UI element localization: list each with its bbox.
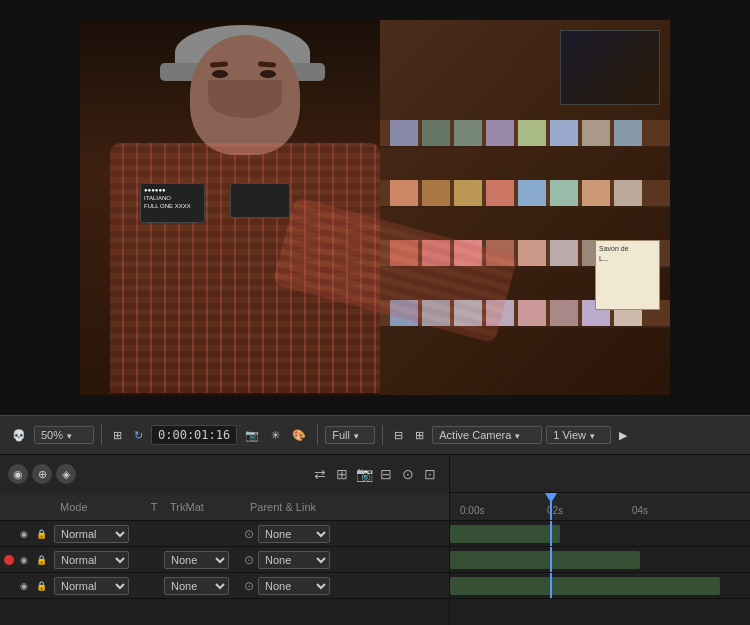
soap-block xyxy=(582,180,610,206)
soap-block xyxy=(550,300,578,326)
filmstrip-icon[interactable]: ⊟ xyxy=(375,463,397,485)
quality-label: Full xyxy=(332,429,350,441)
soap-block xyxy=(422,120,450,146)
layer-headers: Mode T TrkMat Parent & Link xyxy=(0,493,449,521)
camera-dropdown[interactable]: Active Camera xyxy=(432,426,542,444)
left-eye xyxy=(212,70,228,78)
frame-icon[interactable]: ⊡ xyxy=(419,463,441,485)
camera-tl-icon[interactable]: 📷 xyxy=(353,463,375,485)
parent-select-2[interactable]: None1. Layer 12. Layer 23. Layer 3 xyxy=(258,551,330,569)
solo-dot-2[interactable] xyxy=(4,555,14,565)
ruler-tick-4: 04s xyxy=(632,505,648,516)
zoom-chevron xyxy=(67,429,72,441)
soap-block xyxy=(518,300,546,326)
view-chevron xyxy=(590,429,595,441)
header-t: T xyxy=(144,501,164,513)
parent-select-3[interactable]: None1. Layer 12. Layer 23. Layer 3 xyxy=(258,577,330,595)
parent-select-1[interactable]: None1. Layer 12. Layer 23. Layer 3 xyxy=(258,525,330,543)
header-trkmat: TrkMat xyxy=(164,501,244,513)
eye-icon-3[interactable]: ◉ xyxy=(17,579,31,593)
view-label: 1 View xyxy=(553,429,586,441)
layer-list: Mode T TrkMat Parent & Link ◉🔒NormalDiss… xyxy=(0,493,450,625)
camera-label: Active Camera xyxy=(439,429,511,441)
eye-icon-2[interactable]: ◉ xyxy=(17,553,31,567)
quality-chevron xyxy=(354,429,359,441)
motion-icon-tl[interactable]: ⊕ xyxy=(32,464,52,484)
header-mode: Mode xyxy=(54,501,144,513)
layer-parent-3: ⊙None1. Layer 12. Layer 23. Layer 3 xyxy=(244,577,364,595)
layer-trkmat-3: NoneAlpha MatteAlpha Inverted MatteLuma … xyxy=(164,577,244,595)
timeline-toolbar-row: ◉ ⊕ ◈ ⇄ ⊞ 📷 ⊟ ⊙ ⊡ xyxy=(0,455,750,493)
header-parent: Parent & Link xyxy=(244,501,364,513)
3d-box-icon[interactable]: ⊞ xyxy=(331,463,353,485)
timeline-left-toolbar: ◉ ⊕ ◈ ⇄ ⊞ 📷 ⊟ ⊙ ⊡ xyxy=(0,455,450,493)
trkmat-select-2[interactable]: NoneAlpha MatteAlpha Inverted MatteLuma … xyxy=(164,551,229,569)
track-bar-1[interactable] xyxy=(450,525,560,543)
shirt-patch2 xyxy=(230,183,290,218)
snap-icon[interactable]: ⊞ xyxy=(109,427,126,444)
camera-icon[interactable]: 📷 xyxy=(241,427,263,444)
timecode-display[interactable]: 0:00:01:16 xyxy=(151,425,237,445)
right-brow xyxy=(258,61,276,68)
track-row-3 xyxy=(450,573,750,599)
separator3 xyxy=(382,425,383,445)
soap-block xyxy=(582,120,610,146)
icon-spacer-3 xyxy=(4,581,14,591)
layer-trkmat-2: NoneAlpha MatteAlpha Inverted MatteLuma … xyxy=(164,551,244,569)
ruler-tick-0: 0:00s xyxy=(460,505,484,516)
layer-mode-2: NormalDissolveDarkenMultiplyColor BurnLi… xyxy=(54,551,144,569)
quality-dropdown[interactable]: Full xyxy=(325,426,375,444)
shelf-row-2 xyxy=(380,180,670,208)
layer-icons-3: ◉🔒 xyxy=(4,579,54,593)
sphere-icon[interactable]: ⊙ xyxy=(397,463,419,485)
view-dropdown[interactable]: 1 View xyxy=(546,426,611,444)
color-icon[interactable]: 🎨 xyxy=(288,427,310,444)
motionblur-icon[interactable]: ✳ xyxy=(267,427,284,444)
soap-block xyxy=(454,180,482,206)
view-mode-icon[interactable]: ⊟ xyxy=(390,427,407,444)
camera-chevron xyxy=(515,429,520,441)
soap-block xyxy=(518,120,546,146)
lock-icon-3[interactable]: 🔒 xyxy=(34,579,48,593)
track-bar-3[interactable] xyxy=(450,577,720,595)
layer-icons-1: ◉🔒 xyxy=(4,527,54,541)
shelf-row-1 xyxy=(380,120,670,148)
link-layers-icon[interactable]: ⇄ xyxy=(309,463,331,485)
preview-canvas: Savon deL... ●●●●●●ITALIANOFULL ONE XXXX xyxy=(80,20,670,395)
track-rows-container xyxy=(450,521,750,599)
eye-solo-icon[interactable]: ◉ xyxy=(8,464,28,484)
timeline-tracks: 0:00s 02s 04s xyxy=(450,493,750,625)
mode-select-1[interactable]: NormalDissolveDarkenMultiplyColor BurnLi… xyxy=(54,525,129,543)
timeline-body: Mode T TrkMat Parent & Link ◉🔒NormalDiss… xyxy=(0,493,750,625)
layer-row-3: ◉🔒NormalDissolveDarkenMultiplyColor Burn… xyxy=(0,573,449,599)
mode-select-3[interactable]: NormalDissolveDarkenMultiplyColor BurnLi… xyxy=(54,577,129,595)
person-head xyxy=(190,35,300,155)
layer-mode-1: NormalDissolveDarkenMultiplyColor BurnLi… xyxy=(54,525,144,543)
motion-icon[interactable]: ↻ xyxy=(130,427,147,444)
playhead-track-3 xyxy=(550,573,552,598)
lock-icon-1[interactable]: 🔒 xyxy=(34,527,48,541)
mode-select-2[interactable]: NormalDissolveDarkenMultiplyColor BurnLi… xyxy=(54,551,129,569)
soap-block xyxy=(550,180,578,206)
extra-button[interactable]: ▶ xyxy=(615,427,631,444)
layer-mode-3: NormalDissolveDarkenMultiplyColor BurnLi… xyxy=(54,577,144,595)
grid-icon[interactable]: ⊞ xyxy=(411,427,428,444)
eye-icon-1[interactable]: ◉ xyxy=(17,527,31,541)
store-sign: Savon deL... xyxy=(595,240,660,310)
soap-block xyxy=(518,240,546,266)
parent-icon-2: ⊙ xyxy=(244,553,254,567)
trkmat-select-3[interactable]: NoneAlpha MatteAlpha Inverted MatteLuma … xyxy=(164,577,229,595)
lock-icon-tl[interactable]: ◈ xyxy=(56,464,76,484)
layer-rows-container: ◉🔒NormalDissolveDarkenMultiplyColor Burn… xyxy=(0,521,449,599)
zoom-dropdown[interactable]: 50% xyxy=(34,426,94,444)
lock-icon-2[interactable]: 🔒 xyxy=(34,553,48,567)
parent-icon-1: ⊙ xyxy=(244,527,254,541)
skull-icon[interactable]: 💀 xyxy=(8,427,30,444)
track-bar-2[interactable] xyxy=(450,551,640,569)
layer-icons-2: ◉🔒 xyxy=(4,553,54,567)
left-brow xyxy=(210,61,228,68)
soap-block xyxy=(422,180,450,206)
preview-area: Savon deL... ●●●●●●ITALIANOFULL ONE XXXX xyxy=(0,0,750,415)
parent-icon-3: ⊙ xyxy=(244,579,254,593)
zoom-label: 50% xyxy=(41,429,63,441)
